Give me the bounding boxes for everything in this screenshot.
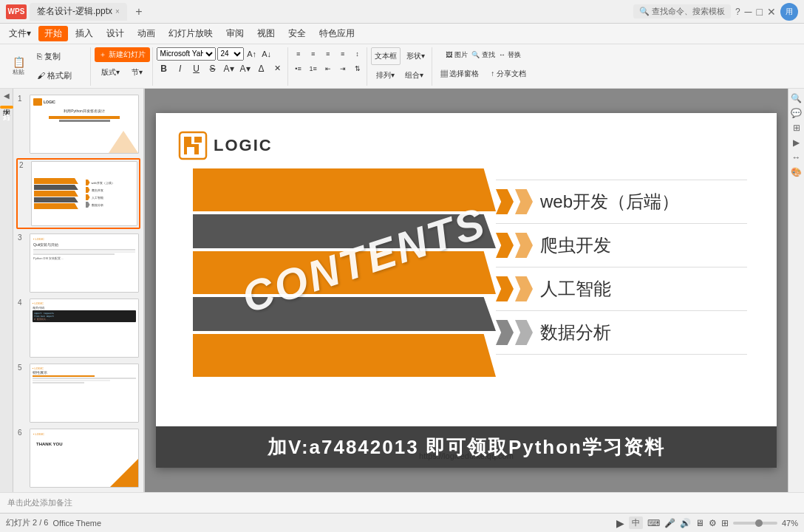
textbox-button[interactable]: 文本框: [371, 47, 401, 65]
clear-format-button[interactable]: ✕: [270, 62, 285, 75]
chevron-4a: [496, 320, 514, 345]
speaker-icon[interactable]: 🔊: [680, 518, 691, 528]
selection-pane-button[interactable]: ▦ 选择窗格: [436, 65, 484, 83]
ime-indicator: 中: [629, 516, 643, 529]
tab-add-button[interactable]: +: [130, 3, 148, 21]
share-button[interactable]: ↑ 分享文档: [486, 65, 531, 83]
sidebar-layout-icon[interactable]: ⊞: [793, 123, 800, 133]
search-box[interactable]: 🔍 查找命令、搜索模板: [633, 4, 731, 18]
item-label-4: 数据分析: [540, 321, 611, 344]
font-color-button[interactable]: A▾: [222, 62, 236, 75]
number-button[interactable]: 1≡: [307, 62, 320, 75]
right-item-1: web开发（后端）: [496, 180, 747, 224]
slide-count: 幻灯片 2 / 6: [6, 517, 48, 528]
font-family-select[interactable]: Microsoft YaHei: [157, 47, 216, 61]
justify-button[interactable]: ≡: [336, 47, 350, 61]
menu-special[interactable]: 特色应用: [313, 26, 361, 41]
font-decrease-button[interactable]: A↓: [260, 47, 273, 61]
wps-logo[interactable]: WPS: [6, 4, 27, 19]
watermark-text: 加V:a74842013 即可领取Python学习资料: [268, 434, 665, 460]
section-button[interactable]: 节▾: [127, 64, 147, 81]
slide-preview-1: LOGIC 利用Python开发签名设计: [30, 95, 139, 154]
font-increase-button[interactable]: A↑: [245, 47, 259, 61]
align-center-button[interactable]: ≡: [307, 47, 320, 61]
indent-increase-button[interactable]: ⇥: [336, 62, 350, 75]
font-shadow-button[interactable]: Δ: [254, 62, 269, 75]
notes-placeholder[interactable]: 单击此处添加备注: [7, 497, 72, 508]
screen-icon[interactable]: 🖥: [695, 518, 704, 528]
menu-animation[interactable]: 动画: [132, 26, 161, 41]
slide-num-3: 3: [18, 233, 27, 242]
sidebar-design-icon[interactable]: 🎨: [791, 167, 802, 177]
replace-button[interactable]: ↔ 替换: [498, 47, 522, 64]
cut-button[interactable]: ✂ 剪切: [33, 44, 88, 47]
menu-file[interactable]: 文件▾: [3, 26, 37, 41]
slide-canvas: LOGIC CONTENTS: [156, 113, 777, 468]
menu-review[interactable]: 审阅: [220, 26, 250, 41]
menu-bar: 文件▾ 开始 插入 设计 动画 幻灯片放映 审阅 视图 安全 特色应用: [0, 24, 804, 44]
slide-thumb-5[interactable]: 5 ▪ LOGIC 特性展示: [16, 362, 140, 424]
indent-decrease-button[interactable]: ⇤: [321, 62, 335, 75]
arrange-button[interactable]: 排列▾: [372, 66, 399, 84]
layout-button[interactable]: 版式▾: [97, 64, 124, 81]
slide-thumb-4[interactable]: 4 ▪ LOGIC 相关代码 import requests from bs4 …: [16, 297, 140, 359]
menu-design[interactable]: 设计: [100, 26, 130, 41]
keyboard-icon[interactable]: ⌨: [647, 518, 660, 528]
align-left-button[interactable]: ≡: [292, 47, 305, 61]
tab-label: 签名设计-逻辑.pptx: [37, 5, 112, 18]
menu-slideshow[interactable]: 幻灯片放映: [163, 26, 219, 41]
minimize-button[interactable]: ─: [745, 6, 752, 18]
group-button[interactable]: 组合▾: [401, 66, 428, 84]
strikethrough-button[interactable]: S: [205, 62, 220, 75]
zoom-slider[interactable]: [733, 522, 777, 525]
zoom-thumb[interactable]: [755, 519, 763, 527]
copy-button[interactable]: ⎘ 复制: [33, 48, 88, 66]
slide-thumb-2[interactable]: 2 web开发（上线） 爬虫开发 人工智能 数据分析: [16, 158, 140, 229]
active-tab[interactable]: 签名设计-逻辑.pptx ×: [30, 3, 127, 21]
menu-view[interactable]: 视图: [251, 26, 281, 41]
slide-preview-4: ▪ LOGIC 相关代码 import requests from bs4 im…: [30, 299, 139, 358]
new-slide-button[interactable]: ＋ 新建幻灯片: [95, 47, 150, 62]
theme-name: Office Theme: [52, 519, 101, 528]
sidebar-comment-icon[interactable]: 💬: [791, 108, 802, 118]
tab-close-icon[interactable]: ×: [115, 7, 120, 16]
sidebar-transition-icon[interactable]: ↔: [792, 152, 801, 163]
menu-security[interactable]: 安全: [282, 26, 312, 41]
bar-orange-3: [193, 334, 496, 377]
collapse-arrow[interactable]: ◀: [4, 92, 10, 100]
font-bgcolor-button[interactable]: A▾: [238, 62, 253, 75]
chevron-2b: [515, 233, 533, 258]
font-size-select[interactable]: 24: [217, 47, 244, 61]
sidebar-animation-icon[interactable]: ▶: [793, 137, 800, 148]
align-right-button[interactable]: ≡: [321, 47, 335, 61]
right-items: web开发（后端） 爬虫开发 人工智能: [496, 180, 747, 355]
slide-thumb-6[interactable]: 6 ▪ LOGIC THANK YOU: [16, 427, 140, 489]
slide-thumb-1[interactable]: 1 LOGIC 利用Python开发签名设计: [16, 93, 140, 155]
microphone-icon[interactable]: 🎤: [664, 518, 675, 528]
play-icon[interactable]: ▶: [616, 517, 624, 529]
format-brush-button[interactable]: 🖌 格式刷: [33, 67, 88, 85]
find-button[interactable]: 🔍 查找: [471, 47, 495, 64]
bold-button[interactable]: B: [157, 62, 171, 75]
close-button[interactable]: ✕: [767, 6, 776, 18]
grid-icon[interactable]: ⊞: [721, 518, 729, 528]
paste-button[interactable]: 📋 粘贴: [5, 53, 32, 80]
menu-insert[interactable]: 插入: [69, 26, 99, 41]
insert-image-button[interactable]: 🖼 图片: [445, 47, 469, 64]
underline-button[interactable]: U: [189, 62, 204, 75]
line-space-button[interactable]: ↕: [351, 47, 364, 61]
text-direction-button[interactable]: ⇅: [351, 62, 364, 75]
slides-toggle[interactable]: 幻灯片: [0, 106, 13, 109]
italic-button[interactable]: I: [173, 62, 188, 75]
menu-home[interactable]: 开始: [38, 26, 68, 41]
user-avatar[interactable]: 用: [780, 3, 798, 21]
sidebar-search-icon[interactable]: 🔍: [791, 93, 802, 103]
slide-thumb-3[interactable]: 3 ▪ LOGIC Quit安装与开始 Python DSI 安装配置...: [16, 232, 140, 294]
shape-button[interactable]: 形状▾: [402, 47, 429, 65]
bullet-button[interactable]: •≡: [292, 62, 305, 75]
settings-icon[interactable]: ⚙: [709, 518, 717, 528]
help-button[interactable]: ?: [735, 7, 740, 17]
panel-toggle: ◀ 大纲 幻灯片: [0, 89, 13, 492]
maximize-button[interactable]: □: [757, 6, 763, 18]
toolbar: 📋 粘贴 ✂ 剪切 ⎘ 复制 🖌 格式刷 ▶ 从当前开始 ＋ 新建幻灯片 版式▾…: [0, 44, 804, 89]
